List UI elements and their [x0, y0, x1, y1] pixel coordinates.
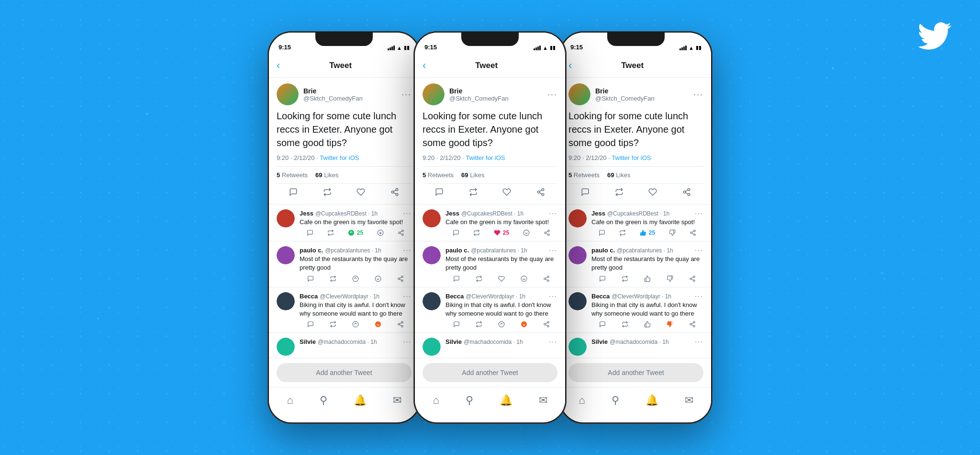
share-paulo-2[interactable] [543, 275, 550, 282]
more-button-3[interactable]: ··· [693, 90, 703, 100]
share-action-2[interactable] [536, 188, 545, 196]
add-another-tweet-button-3[interactable]: Add another Tweet [568, 363, 703, 382]
twitter-for-ios-link-3[interactable]: Twitter for iOS [612, 154, 651, 161]
downvote-becca-2[interactable] [521, 321, 527, 328]
retweet-becca-3[interactable] [622, 321, 628, 328]
share-becca-3[interactable] [689, 321, 696, 328]
upvote-jess-1[interactable]: 25 [348, 229, 363, 236]
messages-icon-1[interactable]: ✉ [393, 394, 401, 407]
twitter-for-ios-link-1[interactable]: Twitter for iOS [320, 154, 359, 161]
share-jess-3[interactable] [690, 229, 696, 236]
reply-more-paulo-3[interactable]: ··· [695, 246, 703, 254]
search-icon-3[interactable]: ⚲ [612, 394, 619, 407]
share-becca-2[interactable] [543, 321, 550, 328]
svg-point-13 [353, 276, 358, 282]
twitter-for-ios-link-2[interactable]: Twitter for iOS [466, 154, 505, 161]
share-paulo-3[interactable] [689, 275, 696, 282]
reply-more-becca-1[interactable]: ··· [403, 292, 412, 300]
comment-paulo-2[interactable] [453, 275, 460, 282]
back-button-2[interactable]: ‹ [423, 59, 426, 72]
notifications-icon-1[interactable]: 🔔 [354, 394, 367, 407]
tweet-stats-3: 5 Retweets 69 Likes [568, 166, 703, 184]
reply-more-jess-1[interactable]: ··· [403, 209, 412, 217]
retweet-paulo-2[interactable] [476, 275, 482, 282]
thumbdown-becca-3[interactable] [667, 321, 673, 328]
home-icon-3[interactable]: ⌂ [579, 394, 585, 407]
retweet-jess-2[interactable] [473, 229, 480, 236]
thumbdown-paulo-3[interactable] [667, 275, 673, 282]
svg-point-2 [396, 193, 398, 196]
reply-more-becca-2[interactable]: ··· [549, 292, 557, 300]
reply-more-silvie-2[interactable]: ··· [549, 338, 557, 345]
like-action-2[interactable] [502, 188, 511, 196]
notifications-icon-2[interactable]: 🔔 [500, 394, 512, 407]
home-icon-2[interactable]: ⌂ [433, 394, 439, 407]
reply-text-jess-1: Cafe on the green is my favorite spot! [300, 218, 412, 227]
back-button-1[interactable]: ‹ [277, 59, 280, 72]
comment-jess-3[interactable] [599, 229, 605, 236]
reply-more-paulo-1[interactable]: ··· [403, 246, 412, 254]
reply-more-jess-3[interactable]: ··· [695, 209, 703, 217]
reply-more-paulo-2[interactable]: ··· [549, 246, 557, 254]
retweet-jess-1[interactable] [327, 229, 334, 236]
more-button-1[interactable]: ··· [401, 90, 412, 100]
reply-more-silvie-1[interactable]: ··· [403, 338, 412, 345]
share-jess-2[interactable] [544, 229, 550, 236]
download-paulo-2[interactable] [521, 275, 527, 282]
reply-text-becca-3: Biking in that city is awful. I don't kn… [591, 301, 703, 318]
comment-becca-3[interactable] [599, 321, 606, 328]
retweet-becca-2[interactable] [476, 321, 482, 328]
retweet-action-2[interactable] [469, 188, 478, 196]
heart-paulo-2[interactable] [498, 275, 505, 282]
comment-action-1[interactable] [289, 188, 298, 196]
comment-becca-1[interactable] [307, 321, 314, 328]
notifications-icon-3[interactable]: 🔔 [646, 394, 658, 407]
add-another-tweet-button-1[interactable]: Add another Tweet [277, 363, 412, 382]
upvote-becca-1[interactable] [352, 321, 359, 328]
share-action-3[interactable] [682, 188, 691, 196]
like-action-3[interactable] [648, 188, 657, 196]
messages-icon-2[interactable]: ✉ [539, 394, 547, 407]
add-another-tweet-button-2[interactable]: Add another Tweet [423, 363, 557, 382]
messages-icon-3[interactable]: ✉ [685, 394, 693, 407]
retweet-becca-1[interactable] [330, 321, 336, 328]
comment-paulo-1[interactable] [307, 275, 314, 282]
search-icon-2[interactable]: ⚲ [466, 394, 473, 407]
like-action-1[interactable] [356, 188, 365, 196]
comment-becca-2[interactable] [453, 321, 460, 328]
download-jess-1[interactable] [377, 229, 384, 236]
search-icon-1[interactable]: ⚲ [320, 394, 327, 407]
retweet-action-1[interactable] [323, 188, 332, 196]
retweet-count-2: 5 Retweets [423, 171, 454, 179]
download-paulo-1[interactable] [375, 275, 381, 282]
retweet-paulo-1[interactable] [330, 275, 336, 282]
back-button-3[interactable]: ‹ [568, 59, 572, 72]
share-jess-1[interactable] [398, 229, 404, 236]
thumbup-jess-3[interactable]: 25 [640, 229, 655, 236]
thumbdown-jess-3[interactable] [669, 229, 676, 236]
reply-more-becca-3[interactable]: ··· [695, 292, 703, 300]
retweet-jess-3[interactable] [619, 229, 626, 236]
reply-more-silvie-3[interactable]: ··· [695, 338, 703, 345]
comment-action-2[interactable] [435, 188, 444, 196]
comment-paulo-3[interactable] [599, 275, 606, 282]
retweet-paulo-3[interactable] [622, 275, 628, 282]
share-paulo-1[interactable] [397, 275, 404, 282]
comment-action-3[interactable] [581, 188, 590, 196]
comment-jess-2[interactable] [453, 229, 459, 236]
thumbup-paulo-3[interactable] [644, 275, 651, 282]
reply-header-jess-1: Jess @CupcakesRDBest · 1h ··· [300, 209, 412, 217]
upvote-becca-2[interactable] [498, 321, 505, 328]
upvote-paulo-1[interactable] [352, 275, 359, 282]
downvote-becca-1[interactable] [375, 321, 381, 328]
share-action-1[interactable] [390, 188, 399, 196]
home-icon-1[interactable]: ⌂ [287, 394, 293, 407]
comment-jess-1[interactable] [307, 229, 313, 236]
reply-more-jess-2[interactable]: ··· [549, 209, 557, 217]
heart-jess-2[interactable]: 25 [494, 229, 509, 236]
download-jess-2[interactable] [523, 229, 530, 236]
retweet-action-3[interactable] [615, 188, 624, 196]
thumbup-becca-3[interactable] [644, 321, 651, 328]
share-becca-1[interactable] [397, 321, 404, 328]
more-button-2[interactable]: ··· [547, 90, 557, 100]
